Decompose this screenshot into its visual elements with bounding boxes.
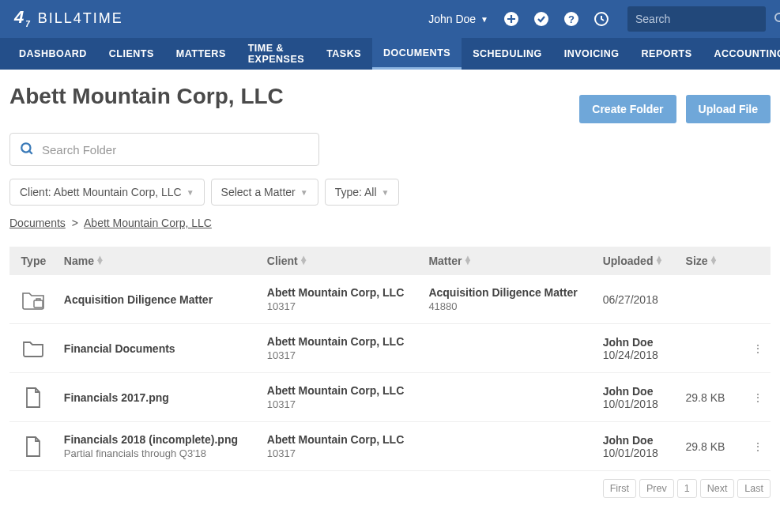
sort-icon: ▲▼ xyxy=(300,256,308,265)
create-folder-button[interactable]: Create Folder xyxy=(579,95,676,123)
main-nav: DASHBOARDCLIENTSMATTERSTIME & EXPENSESTA… xyxy=(0,38,780,70)
check-icon[interactable] xyxy=(533,10,550,28)
svg-point-1 xyxy=(534,12,548,26)
breadcrumb-root[interactable]: Documents xyxy=(9,217,66,229)
nav-matters[interactable]: MATTERS xyxy=(165,38,237,70)
row-uploaded: John Doe10/01/2018 xyxy=(597,422,680,471)
table-row[interactable]: Financials 2017.pngAbett Mountain Corp, … xyxy=(9,373,771,422)
file-icon xyxy=(9,373,58,422)
nav-dashboard[interactable]: DASHBOARD xyxy=(8,38,98,70)
app-name: BILL4TIME xyxy=(38,10,123,27)
nav-scheduling[interactable]: SCHEDULING xyxy=(462,38,553,70)
page-first[interactable]: First xyxy=(603,479,636,498)
add-icon[interactable] xyxy=(503,10,520,28)
logo-glyph: 47 xyxy=(14,7,32,28)
row-size: 29.8 KB xyxy=(680,422,746,471)
user-menu[interactable]: John Doe ▼ xyxy=(428,13,488,25)
top-icons: ? xyxy=(503,10,610,28)
filter-matter[interactable]: Select a Matter ▼ xyxy=(211,179,318,206)
row-size: 29.8 KB xyxy=(680,373,746,422)
filter-type[interactable]: Type: All ▼ xyxy=(325,179,400,206)
page-last[interactable]: Last xyxy=(737,479,771,498)
row-matter xyxy=(422,324,596,373)
row-name[interactable]: Financials 2017.png xyxy=(58,373,261,422)
caret-down-icon: ▼ xyxy=(300,188,308,197)
page-title: Abett Mountain Corp, LLC xyxy=(9,84,284,109)
caret-down-icon: ▼ xyxy=(480,15,488,24)
row-uploaded: 06/27/2018 xyxy=(597,275,680,324)
nav-clients[interactable]: CLIENTS xyxy=(98,38,165,70)
row-uploaded: John Doe10/01/2018 xyxy=(597,373,680,422)
help-icon[interactable]: ? xyxy=(563,10,580,28)
row-menu-icon[interactable]: ⋮ xyxy=(745,422,771,471)
caret-down-icon: ▼ xyxy=(382,188,390,197)
file-icon xyxy=(9,422,58,471)
col-uploaded[interactable]: Uploaded▲▼ xyxy=(597,247,680,275)
folder-icon xyxy=(9,324,58,373)
row-name[interactable]: Financials 2018 (incomplete).pngPartial … xyxy=(58,422,261,471)
sort-icon: ▲▼ xyxy=(654,256,663,265)
table-row[interactable]: Financials 2018 (incomplete).pngPartial … xyxy=(9,422,771,471)
col-type[interactable]: Type xyxy=(9,247,58,275)
folder-search[interactable] xyxy=(9,133,319,166)
row-name[interactable]: Financial Documents xyxy=(58,324,261,373)
col-name[interactable]: Name▲▼ xyxy=(58,247,261,275)
pagination: First Prev 1 Next Last xyxy=(9,479,771,498)
search-icon xyxy=(20,141,34,158)
svg-point-5 xyxy=(775,13,780,21)
row-matter xyxy=(422,373,596,422)
row-uploaded: John Doe10/24/2018 xyxy=(597,324,680,373)
row-client: Abett Mountain Corp, LLC10317 xyxy=(261,373,423,422)
page-prev[interactable]: Prev xyxy=(639,479,674,498)
row-menu-icon xyxy=(745,275,771,324)
filter-client[interactable]: Client: Abett Mountain Corp, LLC ▼ xyxy=(9,179,205,206)
svg-rect-7 xyxy=(34,300,43,308)
breadcrumb: Documents > Abett Mountain Corp, LLC xyxy=(9,217,771,229)
caret-down-icon: ▼ xyxy=(187,188,194,197)
sort-icon: ▲▼ xyxy=(96,256,104,265)
global-search[interactable] xyxy=(627,6,766,32)
svg-point-6 xyxy=(21,143,30,152)
global-search-input[interactable] xyxy=(635,13,774,25)
clock-icon[interactable] xyxy=(593,10,610,28)
top-bar: 47 BILL4TIME John Doe ▼ ? xyxy=(0,0,780,38)
svg-text:?: ? xyxy=(568,13,575,25)
folder-search-input[interactable] xyxy=(42,143,309,157)
nav-time-expenses[interactable]: TIME & EXPENSES xyxy=(237,38,315,70)
logo[interactable]: 47 BILL4TIME xyxy=(14,8,123,29)
row-menu-icon[interactable]: ⋮ xyxy=(745,373,771,422)
nav-reports[interactable]: REPORTS xyxy=(631,38,703,70)
row-size xyxy=(680,324,746,373)
sort-icon: ▲▼ xyxy=(463,256,472,265)
row-client: Abett Mountain Corp, LLC10317 xyxy=(261,275,423,324)
nav-invoicing[interactable]: INVOICING xyxy=(553,38,631,70)
col-client[interactable]: Client▲▼ xyxy=(261,247,423,275)
search-icon[interactable] xyxy=(774,12,780,27)
row-matter xyxy=(422,422,596,471)
upload-file-button[interactable]: Upload File xyxy=(686,95,771,123)
user-name: John Doe xyxy=(428,13,476,25)
table-row[interactable]: Financial DocumentsAbett Mountain Corp, … xyxy=(9,324,771,373)
documents-table: Type Name▲▼ Client▲▼ Matter▲▼ Uploaded▲▼… xyxy=(9,247,771,471)
page-number[interactable]: 1 xyxy=(677,479,697,498)
row-client: Abett Mountain Corp, LLC10317 xyxy=(261,324,423,373)
row-matter: Acquisition Diligence Matter41880 xyxy=(422,275,596,324)
row-name[interactable]: Acquisition Diligence Matter xyxy=(58,275,261,324)
table-row[interactable]: Acquisition Diligence MatterAbett Mounta… xyxy=(9,275,771,324)
matter-folder-icon xyxy=(9,275,58,324)
row-size xyxy=(680,275,746,324)
sort-icon: ▲▼ xyxy=(710,256,718,265)
page-content: Abett Mountain Corp, LLC Create Folder U… xyxy=(0,70,780,522)
breadcrumb-current[interactable]: Abett Mountain Corp, LLC xyxy=(84,217,212,229)
nav-accounting[interactable]: ACCOUNTING xyxy=(703,38,780,70)
page-next[interactable]: Next xyxy=(700,479,735,498)
nav-documents[interactable]: DOCUMENTS xyxy=(372,38,462,70)
nav-tasks[interactable]: TASKS xyxy=(315,38,372,70)
col-matter[interactable]: Matter▲▼ xyxy=(422,247,596,275)
row-client: Abett Mountain Corp, LLC10317 xyxy=(261,422,423,471)
col-size[interactable]: Size▲▼ xyxy=(680,247,746,275)
row-menu-icon[interactable]: ⋮ xyxy=(745,324,771,373)
